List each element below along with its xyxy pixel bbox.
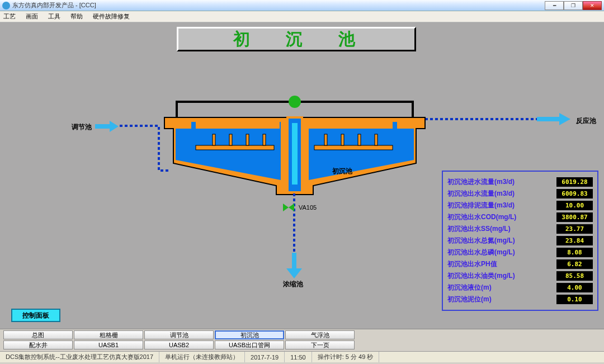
data-row: 初沉池出水COD(mg/L)3800.87 xyxy=(447,211,593,223)
svg-rect-8 xyxy=(196,120,280,129)
valve-label: VA105 xyxy=(299,204,317,211)
status-timer: 操作计时: 5 分 49 秒 xyxy=(312,352,380,362)
svg-marker-26 xyxy=(286,253,302,278)
svg-marker-25 xyxy=(289,204,294,211)
tab-next-page[interactable]: 下一页 xyxy=(285,341,355,349)
window-titlebar: 东方仿真内部开发产品 - [CCC] ━ ❐ ✕ xyxy=(0,0,604,11)
screen-title: 初 沉 池 xyxy=(233,28,371,51)
menu-help[interactable]: 帮助 xyxy=(70,12,83,21)
data-row: 初沉池出水流量(m3/d)6009.83 xyxy=(447,188,593,200)
close-button[interactable]: ✕ xyxy=(583,1,602,10)
tab-distribution-well[interactable]: 配水井 xyxy=(3,341,73,349)
svg-rect-17 xyxy=(324,134,327,145)
minimize-button[interactable]: ━ xyxy=(545,1,564,10)
app-icon xyxy=(2,2,10,10)
status-time: 11:50 xyxy=(285,352,312,362)
outlet-pipe xyxy=(425,117,537,121)
arrow-left-in-icon xyxy=(95,121,119,132)
svg-marker-1 xyxy=(537,113,570,125)
tab-primary-settling[interactable]: 初沉池 xyxy=(215,330,284,339)
data-panel: 初沉池进水流量(m3/d)6019.28 初沉池出水流量(m3/d)6009.8… xyxy=(442,171,598,311)
svg-rect-18 xyxy=(341,134,344,145)
svg-rect-10 xyxy=(397,120,414,129)
menu-bar: 工艺 画面 工具 帮助 硬件故障修复 xyxy=(0,11,604,22)
data-row: 初沉池出水总磷(mg/L)8.08 xyxy=(447,247,593,258)
process-canvas: 初 沉 池 调节池 反应池 xyxy=(0,22,604,329)
svg-marker-0 xyxy=(95,121,119,132)
tab-flotation[interactable]: 气浮池 xyxy=(285,330,355,339)
svg-rect-14 xyxy=(229,134,232,145)
arrow-right-out-icon xyxy=(537,113,570,125)
tank-name-label: 初沉池 xyxy=(332,167,352,176)
right-target-label: 反应池 xyxy=(576,116,596,126)
svg-rect-22 xyxy=(292,123,298,185)
svg-rect-4 xyxy=(176,101,178,120)
data-row: 初沉池进水流量(m3/d)6019.28 xyxy=(447,176,593,188)
status-sys: DCS集散控制系统--工业废水处理工艺仿真大赛版2017 xyxy=(0,352,159,362)
tab-regulating-tank[interactable]: 调节池 xyxy=(144,330,214,339)
tab-overview[interactable]: 总图 xyxy=(3,330,73,339)
svg-rect-13 xyxy=(213,134,215,145)
nav-tabs: 总图 粗格栅 调节池 初沉池 气浮池 配水井 UASB1 UASB2 UASB出… xyxy=(0,329,604,351)
screen-title-banner: 初 沉 池 xyxy=(177,27,416,51)
data-row: 初沉池出水油类(mg/L)85.58 xyxy=(447,270,593,282)
svg-rect-19 xyxy=(358,134,361,145)
tab-coarse-screen[interactable]: 粗格栅 xyxy=(74,330,143,339)
svg-rect-5 xyxy=(412,101,414,120)
data-row: 初沉池出水PH值6.82 xyxy=(447,258,593,270)
svg-rect-11 xyxy=(196,145,274,150)
left-source-label: 调节池 xyxy=(72,122,92,132)
maximize-button[interactable]: ❐ xyxy=(564,1,583,10)
menu-process[interactable]: 工艺 xyxy=(3,12,16,21)
svg-rect-16 xyxy=(263,134,266,145)
menu-screen[interactable]: 画面 xyxy=(26,12,38,21)
status-bar: DCS集散控制系统--工业废水处理工艺仿真大赛版2017 单机运行（未连接教师站… xyxy=(0,351,604,362)
status-mode: 单机运行（未连接教师站） xyxy=(159,352,245,362)
arrow-down-icon xyxy=(286,253,302,278)
data-row: 初沉池出水总氮(mg/L)23.84 xyxy=(447,235,593,247)
svg-rect-20 xyxy=(375,134,378,145)
svg-rect-7 xyxy=(176,120,191,129)
svg-rect-9 xyxy=(309,120,393,129)
menu-tools[interactable]: 工具 xyxy=(48,12,60,21)
primary-settling-tank-graphic xyxy=(162,89,431,196)
tab-uasb2[interactable]: UASB2 xyxy=(144,341,214,349)
data-row: 初沉池液位(m)4.00 xyxy=(447,282,593,294)
svg-rect-15 xyxy=(246,134,249,145)
svg-rect-12 xyxy=(314,145,393,150)
data-row: 初沉池出水SS(mg/L)23.77 xyxy=(447,223,593,235)
data-row: 初沉池泥位(m)0.10 xyxy=(447,294,593,305)
tab-uasb1[interactable]: UASB1 xyxy=(74,341,143,349)
svg-point-6 xyxy=(289,96,301,108)
tab-uasb-outlet[interactable]: UASB出口管网 xyxy=(215,341,284,349)
bottom-target-label: 浓缩池 xyxy=(283,280,303,289)
status-date: 2017-7-19 xyxy=(245,352,285,362)
menu-hwfault[interactable]: 硬件故障修复 xyxy=(93,12,130,21)
data-row: 初沉池排泥流量(m3/d)10.00 xyxy=(447,200,593,211)
valve-icon[interactable] xyxy=(283,204,294,211)
window-title: 东方仿真内部开发产品 - [CCC] xyxy=(12,1,96,10)
control-panel-button[interactable]: 控制面板 xyxy=(11,309,60,322)
svg-marker-24 xyxy=(283,204,289,211)
